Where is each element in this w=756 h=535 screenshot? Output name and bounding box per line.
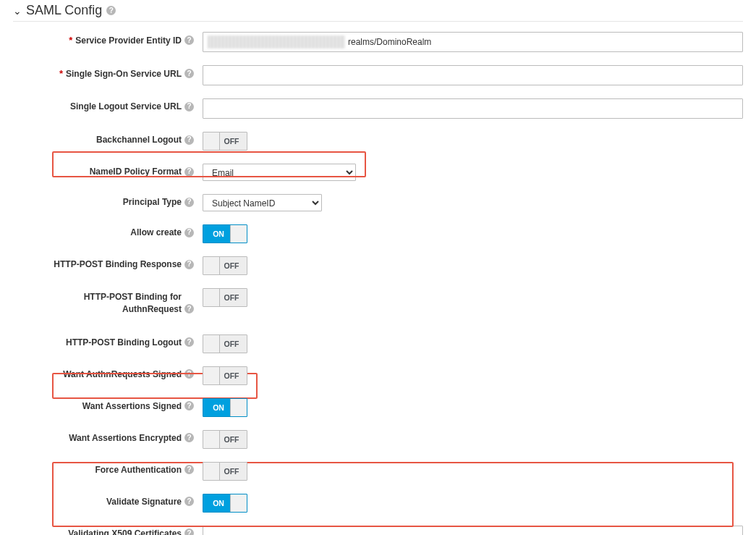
label-validate-sig: Validate Signature [106, 497, 182, 507]
help-icon[interactable] [106, 6, 116, 15]
row-nameid-policy: NameID Policy Format Email [13, 164, 743, 181]
chevron-down-icon: ⌄ [13, 6, 22, 16]
nameid-policy-select[interactable]: Email [203, 164, 356, 181]
help-icon[interactable] [184, 228, 194, 237]
row-want-assert-signed: Want Assertions Signed ON [13, 398, 743, 417]
label-nameid-policy: NameID Policy Format [90, 167, 182, 177]
label-x509: Validating X509 Certificates [68, 528, 182, 535]
label-slo-url: Single Logout Service URL [70, 101, 182, 111]
http-post-authn-toggle[interactable]: OFF [203, 288, 247, 307]
label-http-post-logout: HTTP-POST Binding Logout [66, 337, 182, 347]
saml-config-header[interactable]: ⌄ SAML Config [13, 3, 743, 22]
label-http-post-resp: HTTP-POST Binding Response [54, 259, 182, 269]
allow-create-toggle[interactable]: ON [203, 224, 247, 243]
row-force-authn: Force Authentication OFF [13, 462, 743, 481]
help-icon[interactable] [184, 528, 194, 535]
help-icon[interactable] [184, 465, 194, 474]
principal-type-select[interactable]: Subject NameID [203, 194, 322, 211]
label-http-post-authn: HTTP-POST Binding for AuthnRequest [30, 291, 182, 316]
help-icon[interactable] [184, 35, 194, 45]
help-icon[interactable] [184, 304, 194, 313]
want-assert-enc-toggle[interactable]: OFF [203, 430, 247, 449]
row-x509: Validating X509 Certificates [13, 526, 743, 535]
label-force-authn: Force Authentication [95, 465, 182, 475]
label-backchannel: Backchannel Logout [96, 135, 182, 145]
redacted-prefix [208, 35, 345, 49]
help-icon[interactable] [184, 260, 194, 269]
row-validate-sig: Validate Signature ON [13, 494, 743, 513]
label-want-assert-enc: Want Assertions Encrypted [69, 433, 182, 443]
label-principal-type: Principal Type [123, 197, 182, 207]
slo-url-input[interactable] [203, 98, 743, 119]
label-want-assert-signed: Want Assertions Signed [82, 401, 182, 411]
section-title: SAML Config [26, 3, 102, 18]
help-icon[interactable] [184, 198, 194, 207]
row-entity-id: * Service Provider Entity ID [13, 32, 743, 52]
row-http-post-resp: HTTP-POST Binding Response OFF [13, 256, 743, 275]
x509-input[interactable] [203, 526, 743, 535]
label-allow-create: Allow create [130, 227, 182, 237]
help-icon[interactable] [184, 167, 194, 177]
label-entity-id: Service Provider Entity ID [75, 35, 182, 46]
row-principal-type: Principal Type Subject NameID [13, 194, 743, 211]
saml-form: * Service Provider Entity ID * Single Si… [13, 32, 743, 535]
row-http-post-logout: HTTP-POST Binding Logout OFF [13, 334, 743, 353]
label-want-authn-signed: Want AuthnRequests Signed [63, 369, 182, 379]
row-slo-url: Single Logout Service URL [13, 98, 743, 119]
row-want-assert-enc: Want Assertions Encrypted OFF [13, 430, 743, 449]
backchannel-toggle[interactable]: OFF [203, 132, 247, 151]
help-icon[interactable] [184, 69, 194, 78]
sso-url-input[interactable] [203, 65, 743, 85]
help-icon[interactable] [184, 369, 194, 379]
validate-sig-toggle[interactable]: ON [203, 494, 247, 513]
required-asterisk: * [59, 68, 63, 79]
want-assert-signed-toggle[interactable]: ON [203, 398, 247, 417]
help-icon[interactable] [184, 401, 194, 410]
http-post-resp-toggle[interactable]: OFF [203, 256, 247, 275]
row-backchannel: Backchannel Logout OFF [13, 132, 743, 151]
help-icon[interactable] [184, 135, 194, 145]
help-icon[interactable] [184, 433, 194, 442]
row-sso-url: * Single Sign-On Service URL [13, 65, 743, 85]
row-http-post-authn: HTTP-POST Binding for AuthnRequest OFF [13, 288, 743, 316]
label-sso-url: Single Sign-On Service URL [66, 69, 182, 79]
help-icon[interactable] [184, 497, 194, 506]
force-authn-toggle[interactable]: OFF [203, 462, 247, 481]
help-icon[interactable] [184, 337, 194, 347]
row-want-authn-signed: Want AuthnRequests Signed OFF [13, 366, 743, 385]
required-asterisk: * [69, 35, 72, 46]
row-allow-create: Allow create ON [13, 224, 743, 243]
want-authn-signed-toggle[interactable]: OFF [203, 366, 247, 385]
help-icon[interactable] [184, 102, 194, 111]
http-post-logout-toggle[interactable]: OFF [203, 334, 247, 353]
